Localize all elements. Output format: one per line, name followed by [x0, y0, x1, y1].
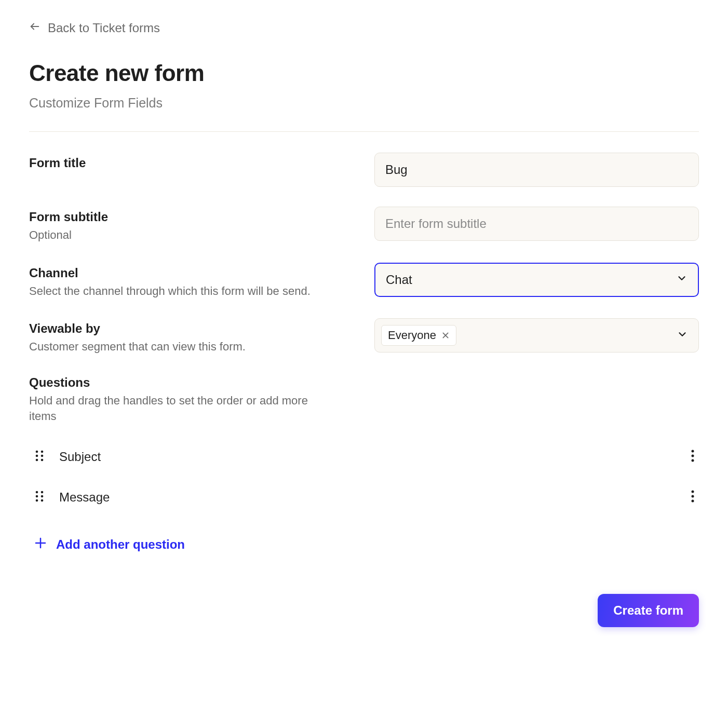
svg-point-6 [41, 455, 44, 457]
svg-point-15 [41, 495, 44, 498]
create-form-label: Create form [613, 603, 683, 617]
channel-row: Channel Select the channel through which… [29, 263, 699, 299]
add-question-label: Add another question [56, 537, 185, 552]
page-title: Create new form [29, 60, 699, 86]
viewable-by-help: Customer segment that can view this form… [29, 339, 330, 355]
question-options-menu[interactable] [689, 487, 697, 508]
arrow-left-icon [29, 21, 41, 35]
divider [29, 131, 699, 132]
svg-point-19 [692, 495, 694, 498]
channel-help: Select the channel through which this fo… [29, 283, 330, 299]
svg-point-5 [36, 455, 38, 457]
svg-point-9 [692, 450, 694, 453]
svg-point-14 [36, 495, 38, 498]
svg-point-4 [41, 451, 44, 453]
questions-help: Hold and drag the handles to set the ord… [29, 393, 330, 424]
chevron-down-icon [676, 273, 687, 287]
viewable-tag-label: Everyone [388, 329, 436, 342]
back-to-ticket-forms-link[interactable]: Back to Ticket forms [29, 21, 160, 35]
footer: Create form [29, 594, 699, 627]
add-question-button[interactable]: Add another question [29, 532, 699, 558]
form-title-input[interactable] [374, 153, 699, 187]
channel-select[interactable]: Chat [374, 263, 699, 297]
form-subtitle-help: Optional [29, 227, 330, 243]
svg-point-11 [692, 459, 694, 462]
form-subtitle-row: Form subtitle Optional [29, 207, 699, 243]
svg-point-10 [692, 455, 694, 457]
channel-label: Channel [29, 266, 354, 280]
form-title-label: Form title [29, 156, 354, 170]
svg-point-20 [692, 500, 694, 503]
svg-point-12 [36, 491, 38, 494]
question-item: Message [29, 482, 699, 513]
svg-point-16 [36, 499, 38, 502]
question-item: Subject [29, 441, 699, 472]
drag-handle-icon[interactable] [34, 489, 45, 506]
svg-point-8 [41, 459, 44, 462]
drag-handle-icon[interactable] [34, 449, 45, 465]
form-subtitle-input[interactable] [374, 207, 699, 241]
questions-label: Questions [29, 375, 699, 390]
svg-point-7 [36, 459, 38, 462]
back-link-label: Back to Ticket forms [48, 21, 160, 35]
question-label: Message [59, 490, 110, 505]
form-title-row: Form title [29, 153, 699, 187]
form-subtitle-label: Form subtitle [29, 210, 354, 224]
svg-point-18 [692, 491, 694, 493]
chevron-down-icon [677, 329, 688, 342]
create-form-button[interactable]: Create form [598, 594, 699, 627]
question-label: Subject [59, 450, 101, 464]
svg-point-17 [41, 499, 44, 502]
viewable-tag-chip: Everyone [381, 325, 456, 346]
plus-icon [34, 537, 47, 552]
page-subtitle: Customize Form Fields [29, 96, 699, 111]
viewable-tag-list: Everyone [381, 325, 456, 346]
svg-point-13 [41, 491, 44, 494]
channel-selected-value: Chat [386, 273, 412, 287]
viewable-by-label: Viewable by [29, 321, 354, 336]
question-options-menu[interactable] [689, 446, 697, 467]
viewable-by-row: Viewable by Customer segment that can vi… [29, 318, 699, 355]
questions-section: Questions Hold and drag the handles to s… [29, 375, 699, 558]
svg-point-3 [36, 451, 38, 453]
remove-tag-button[interactable] [441, 331, 450, 340]
viewable-by-select[interactable]: Everyone [374, 318, 699, 353]
